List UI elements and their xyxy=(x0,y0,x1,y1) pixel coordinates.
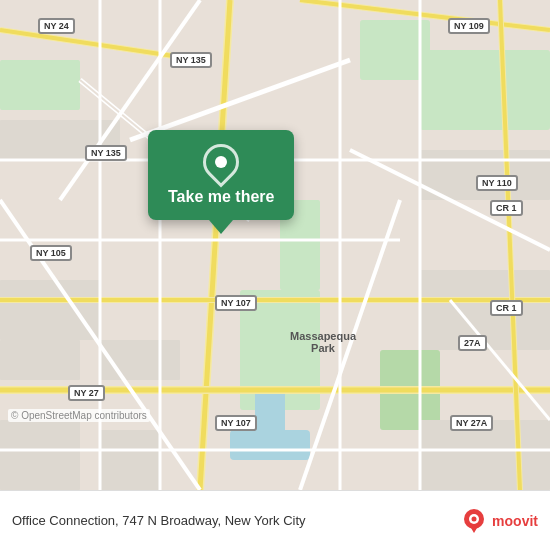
svg-rect-5 xyxy=(0,60,80,110)
moovit-icon xyxy=(460,507,488,535)
location-tooltip[interactable]: Take me there xyxy=(148,130,294,220)
route-badge-ny107-mid: NY 107 xyxy=(215,295,257,311)
svg-rect-17 xyxy=(100,430,160,490)
location-label: Office Connection, 747 N Broadway, New Y… xyxy=(12,513,306,528)
route-badge-ny109: NY 109 xyxy=(448,18,490,34)
svg-rect-16 xyxy=(0,420,80,490)
bottom-bar: Office Connection, 747 N Broadway, New Y… xyxy=(0,490,550,550)
copyright-text: © OpenStreetMap contributors xyxy=(8,409,150,422)
route-badge-ny105: NY 105 xyxy=(30,245,72,261)
route-badge-ny135-mid: NY 135 xyxy=(85,145,127,161)
map-view[interactable]: NY 24NY 109NY 135NY 110NY 135NY 1CR 1NY … xyxy=(0,0,550,490)
route-badge-ny27a-bot: NY 27A xyxy=(450,415,493,431)
svg-rect-8 xyxy=(230,430,310,460)
route-badge-ny24: NY 24 xyxy=(38,18,75,34)
route-badge-ny107-bot: NY 107 xyxy=(215,415,257,431)
tooltip-label: Take me there xyxy=(168,188,274,206)
pin-icon xyxy=(196,137,247,188)
route-badge-cr1-bot: CR 1 xyxy=(490,300,523,316)
route-badge-ny110: NY 110 xyxy=(476,175,518,191)
route-badge-cr1-top: CR 1 xyxy=(490,200,523,216)
route-badge-ny27a: 27A xyxy=(458,335,487,351)
svg-rect-10 xyxy=(0,280,100,340)
moovit-logo: moovit xyxy=(460,507,538,535)
svg-rect-4 xyxy=(420,50,550,130)
svg-point-48 xyxy=(472,516,477,521)
map-place-label: MassapequaPark xyxy=(290,330,356,354)
route-badge-ny27: NY 27 xyxy=(68,385,105,401)
route-badge-ny135-top: NY 135 xyxy=(170,52,212,68)
svg-rect-13 xyxy=(0,340,80,380)
moovit-label: moovit xyxy=(492,513,538,529)
